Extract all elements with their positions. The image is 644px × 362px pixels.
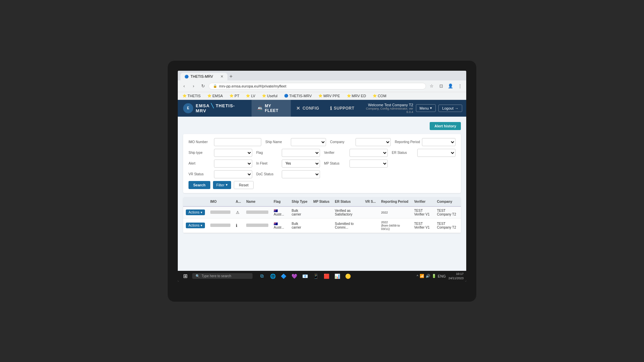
company-group: Company: [330, 138, 391, 146]
bookmark-item[interactable]: ⭐PT: [227, 93, 241, 99]
verifier-group: Verifier: [324, 149, 388, 157]
table-row: Actions ▾ ▓▓▓▓▓▓ ⚠ ▓▓▓▓▓▓▓▓▓ 🇦🇺 Austr...…: [183, 206, 461, 219]
bookmark-icon: ⭐: [262, 94, 266, 98]
network-icon[interactable]: 📶: [420, 274, 424, 278]
taskbar-search-box[interactable]: 🔍 Type here to search: [192, 273, 253, 279]
col-vr-status[interactable]: VR S...: [363, 197, 379, 206]
browser-tab[interactable]: 🔵 THETIS-MRV ✕: [180, 73, 227, 80]
tab-title: THETIS-MRV: [191, 74, 213, 78]
bookmark-item[interactable]: ⭐COM: [371, 93, 388, 99]
bookmark-item[interactable]: ⭐THETIS: [180, 93, 203, 99]
ship-name-select[interactable]: [291, 138, 326, 146]
col-alert[interactable]: A...: [233, 197, 244, 206]
battery-icon[interactable]: 🔋: [432, 274, 436, 278]
bookmarks-bar: ⭐THETIS⭐EMSA⭐PT⭐LV⭐Useful🔵THETIS-MRV⭐MRV…: [178, 92, 466, 100]
filter-chevron-icon: ▾: [226, 183, 228, 187]
taskbar-app5[interactable]: 📱: [311, 272, 320, 281]
nav-my-fleet[interactable]: 🚢 MY FLEET: [252, 100, 291, 117]
nav-support[interactable]: ℹ SUPPORT: [325, 100, 360, 117]
address-bar[interactable]: 🔒 mrv-pp.emsa.europa.eu/#/private/myflee…: [209, 83, 426, 89]
alert-select[interactable]: [214, 160, 252, 168]
mp-status-group: MP Status: [324, 160, 388, 168]
actions-button-1[interactable]: Actions ▾: [186, 223, 205, 228]
reset-button[interactable]: Reset: [234, 181, 254, 189]
bookmark-item[interactable]: ⭐EMSA: [205, 93, 225, 99]
col-mp-status[interactable]: MP Status: [311, 197, 332, 206]
ship-type-select[interactable]: [214, 149, 252, 157]
col-verifier[interactable]: Verifier: [412, 197, 434, 206]
reporting-period-select[interactable]: [422, 138, 455, 146]
bookmark-item[interactable]: ⭐Useful: [260, 93, 279, 99]
row-ship-type: Bulk carrier: [289, 206, 311, 219]
nav-support-label: SUPPORT: [334, 106, 355, 111]
taskbar-clock[interactable]: 10:17 24/11/2023: [448, 272, 464, 280]
bookmark-item[interactable]: ⭐MRV PPE: [316, 93, 342, 99]
table-row: Actions ▾ ▓▓▓▓▓▓ ℹ ▓▓▓▓▓▓▓▓▓ 🇦🇺 Austr...…: [183, 218, 461, 233]
row-vr-status: [363, 206, 379, 219]
taskbar-stremio[interactable]: 🟥: [322, 272, 331, 281]
ship-name-group: Ship Name: [265, 138, 326, 146]
config-icon: ✕: [296, 106, 301, 111]
taskbar-outlook[interactable]: 📧: [300, 272, 310, 281]
taskbar-teams[interactable]: 💜: [289, 272, 299, 281]
col-er-status[interactable]: ER Status: [332, 197, 362, 206]
logo-icon: E: [183, 103, 193, 113]
taskbar-chrome[interactable]: 🌐: [268, 272, 277, 281]
windows-start-button[interactable]: ⊞: [180, 273, 190, 279]
profile-icon[interactable]: 👤: [447, 82, 454, 90]
filter-button[interactable]: Filter ▾: [213, 181, 231, 189]
mp-status-select[interactable]: [350, 160, 388, 168]
volume-icon[interactable]: 🔊: [426, 274, 430, 278]
er-status-select[interactable]: [417, 149, 455, 157]
taskbar-app6[interactable]: 📊: [332, 272, 342, 281]
col-flag[interactable]: Flag: [271, 197, 289, 206]
logout-button[interactable]: Logout →: [438, 105, 462, 112]
actions-button-0[interactable]: Actions ▾: [186, 209, 205, 215]
row-verifier: TEST Verifier V1: [412, 218, 434, 233]
col-name[interactable]: Name: [244, 197, 271, 206]
actions-chevron-icon: ▾: [201, 224, 202, 227]
reporting-period-label: Reporting Period: [395, 140, 420, 144]
back-button[interactable]: ‹: [180, 82, 188, 90]
verifier-select[interactable]: [350, 149, 388, 157]
taskbar-taskview[interactable]: ⧉: [257, 272, 267, 281]
company-select[interactable]: [356, 138, 391, 146]
flag-select[interactable]: [282, 149, 320, 157]
imo-number-input[interactable]: [214, 138, 261, 146]
row-reporting-period: 2022: [378, 206, 411, 219]
row-er-status: Submitted to Commi...: [332, 218, 362, 233]
reload-button[interactable]: ↻: [199, 82, 207, 90]
company-label: Company: [330, 140, 354, 144]
tab-close-icon[interactable]: ✕: [220, 74, 223, 79]
row-vr-status: [363, 218, 379, 233]
alert-history-button[interactable]: Alert history: [430, 122, 461, 130]
bookmark-icon[interactable]: ☆: [428, 82, 435, 90]
form-row-1: IMO Number Ship Name Company Report: [189, 138, 455, 146]
bookmark-item[interactable]: ⭐MRV ED: [345, 93, 368, 99]
col-ship-type[interactable]: Ship Type: [289, 197, 311, 206]
col-reporting-period[interactable]: Reporting Period: [378, 197, 411, 206]
search-button[interactable]: Search: [189, 181, 210, 189]
taskbar-edge[interactable]: 🔷: [279, 272, 288, 281]
menu-button[interactable]: Menu ▾: [416, 104, 436, 112]
col-actions: [183, 197, 208, 206]
bookmark-item[interactable]: 🔵THETIS-MRV: [282, 93, 314, 99]
menu-chevron-icon: ▾: [430, 106, 432, 110]
keyboard-lang[interactable]: ENG: [438, 274, 446, 278]
vr-status-select[interactable]: [214, 170, 252, 178]
new-tab-button[interactable]: +: [229, 73, 232, 79]
flag-group: Flag: [256, 149, 320, 157]
doc-status-select[interactable]: [282, 170, 320, 178]
nav-config[interactable]: ✕ CONFIG: [291, 100, 324, 117]
col-imo[interactable]: IMO: [208, 197, 233, 206]
taskbar-files[interactable]: 🟡: [343, 272, 353, 281]
forward-button[interactable]: ›: [190, 82, 197, 90]
row-name: ▓▓▓▓▓▓▓▓▓: [244, 218, 271, 233]
chevron-up-icon[interactable]: ^: [417, 274, 418, 278]
menu-icon[interactable]: ⋮: [456, 82, 464, 90]
col-company[interactable]: Company: [434, 197, 461, 206]
in-fleet-select[interactable]: Yes No: [282, 160, 320, 168]
bookmark-item[interactable]: ⭐LV: [244, 93, 257, 99]
logout-icon: →: [455, 106, 459, 110]
screenshot-icon[interactable]: ⊡: [437, 82, 445, 90]
